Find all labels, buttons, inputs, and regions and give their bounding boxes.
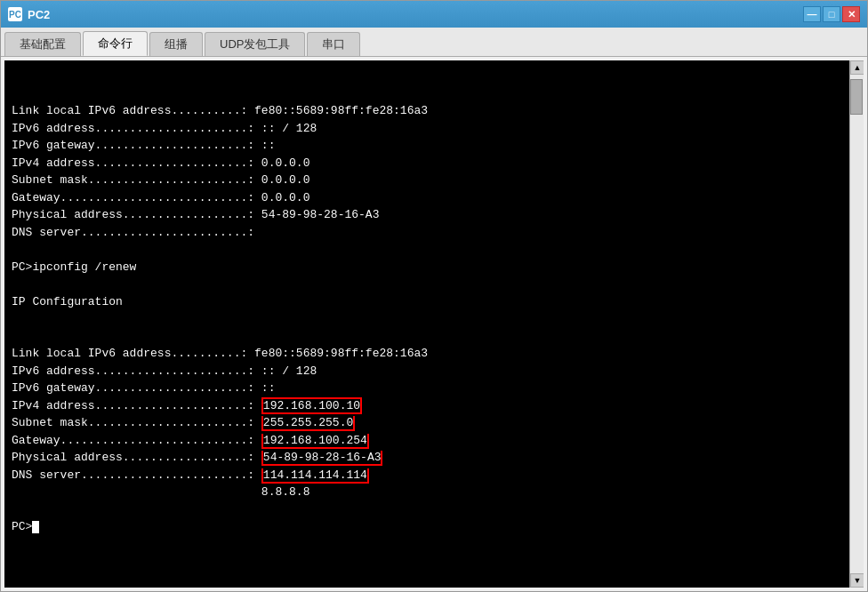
minimize-button[interactable]: — — [803, 6, 821, 22]
line-dns2: 8.8.8.8 — [12, 485, 309, 499]
line-subnet: Subnet mask.......................: — [12, 416, 261, 429]
terminal-wrapper: Link local IPv6 address..........: fe80:… — [4, 60, 864, 588]
tab-cmd[interactable]: 命令行 — [83, 31, 148, 56]
tab-udp[interactable]: UDP发包工具 — [205, 32, 305, 56]
line-dns: DNS server........................: — [12, 468, 261, 482]
line-ipv4: IPv4 address......................: — [12, 399, 261, 412]
titlebar: PC PC2 — □ ✕ — [1, 1, 867, 28]
tab-serial[interactable]: 串口 — [307, 32, 360, 56]
scrollbar-track[interactable] — [850, 75, 864, 573]
dns-value: 114.114.114.114 — [261, 468, 369, 484]
app-icon: PC — [8, 7, 22, 21]
main-window: PC PC2 — □ ✕ 基础配置 命令行 组播 UDP发包工具 串口 Link… — [0, 0, 868, 592]
content-area: Link local IPv6 address..........: fe80:… — [1, 57, 867, 591]
scrollbar[interactable]: ▲ ▼ — [849, 60, 864, 588]
line-1: Link local IPv6 address..........: fe80:… — [12, 104, 428, 395]
tab-basic[interactable]: 基础配置 — [4, 32, 81, 56]
tab-bar: 基础配置 命令行 组播 UDP发包工具 串口 — [1, 28, 867, 57]
terminal-content: Link local IPv6 address..........: fe80:… — [12, 85, 842, 536]
line-prompt: PC> — [12, 520, 32, 533]
scroll-up-button[interactable]: ▲ — [850, 60, 864, 75]
maximize-button[interactable]: □ — [823, 6, 840, 22]
window-controls: — □ ✕ — [803, 6, 860, 22]
gateway-value: 192.168.100.254 — [261, 434, 369, 449]
line-gateway: Gateway...........................: — [12, 434, 261, 447]
ipv4-value: 192.168.100.10 — [261, 397, 362, 414]
physical-value: 54-89-98-28-16-A3 — [261, 451, 383, 466]
cursor — [32, 521, 39, 533]
subnet-value: 255.255.255.0 — [261, 416, 355, 431]
close-button[interactable]: ✕ — [842, 6, 860, 22]
line-physical: Physical address..................: — [12, 451, 261, 464]
scroll-down-button[interactable]: ▼ — [850, 573, 864, 588]
terminal[interactable]: Link local IPv6 address..........: fe80:… — [4, 60, 849, 588]
scrollbar-thumb[interactable] — [850, 79, 863, 115]
tab-group[interactable]: 组播 — [149, 32, 203, 56]
window-title: PC2 — [28, 8, 803, 21]
